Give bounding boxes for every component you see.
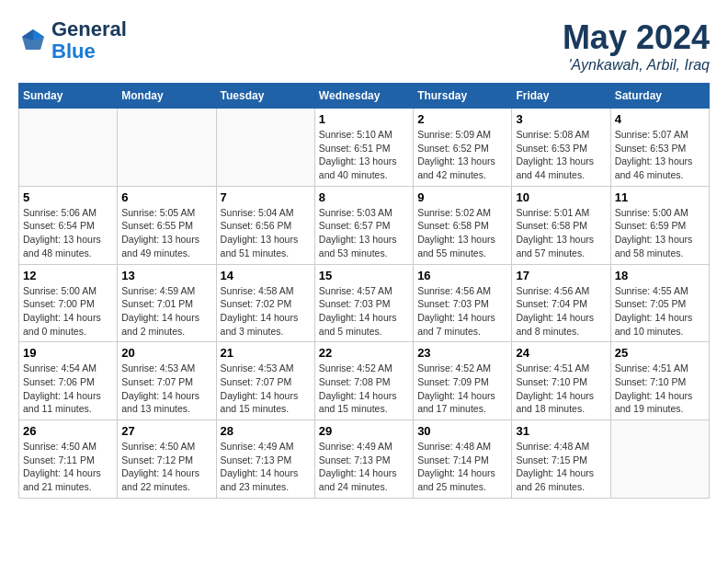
day-number: 6	[121, 190, 211, 204]
weekday-header-saturday: Saturday	[610, 84, 709, 109]
week-row-4: 19Sunrise: 4:54 AM Sunset: 7:06 PM Dayli…	[19, 342, 710, 420]
day-number: 14	[221, 269, 311, 282]
calendar-cell: 29Sunrise: 4:49 AM Sunset: 7:13 PM Dayli…	[314, 420, 413, 499]
weekday-header-friday: Friday	[512, 84, 610, 109]
day-info: Sunrise: 5:04 AM Sunset: 6:56 PM Dayligh…	[221, 206, 311, 260]
calendar-table: SundayMondayTuesdayWednesdayThursdayFrid…	[18, 83, 710, 499]
weekday-header-wednesday: Wednesday	[314, 84, 413, 109]
calendar-cell: 30Sunrise: 4:48 AM Sunset: 7:14 PM Dayli…	[414, 420, 512, 499]
week-row-5: 26Sunrise: 4:50 AM Sunset: 7:11 PM Dayli…	[19, 420, 710, 499]
day-number: 18	[615, 269, 705, 282]
calendar-cell: 7Sunrise: 5:04 AM Sunset: 6:56 PM Daylig…	[216, 186, 314, 264]
calendar-cell: 20Sunrise: 4:53 AM Sunset: 7:07 PM Dayli…	[118, 342, 216, 420]
calendar-cell: 5Sunrise: 5:06 AM Sunset: 6:54 PM Daylig…	[19, 186, 118, 264]
calendar-cell: 13Sunrise: 4:59 AM Sunset: 7:01 PM Dayli…	[118, 264, 216, 342]
day-number: 16	[417, 269, 507, 282]
calendar-cell: 25Sunrise: 4:51 AM Sunset: 7:10 PM Dayli…	[610, 342, 709, 420]
calendar-cell: 28Sunrise: 4:49 AM Sunset: 7:13 PM Dayli…	[216, 420, 314, 499]
day-number: 11	[615, 190, 705, 204]
calendar-cell	[19, 109, 118, 187]
calendar-cell: 2Sunrise: 5:09 AM Sunset: 6:52 PM Daylig…	[414, 109, 512, 187]
day-number: 12	[23, 269, 113, 282]
day-info: Sunrise: 5:02 AM Sunset: 6:58 PM Dayligh…	[417, 206, 507, 260]
calendar-body: 1Sunrise: 5:10 AM Sunset: 6:51 PM Daylig…	[19, 109, 710, 499]
day-info: Sunrise: 4:57 AM Sunset: 7:03 PM Dayligh…	[319, 284, 409, 339]
calendar-cell: 26Sunrise: 4:50 AM Sunset: 7:11 PM Dayli…	[19, 420, 118, 499]
day-info: Sunrise: 4:56 AM Sunset: 7:04 PM Dayligh…	[516, 284, 606, 339]
calendar-cell: 22Sunrise: 4:52 AM Sunset: 7:08 PM Dayli…	[314, 342, 413, 420]
day-info: Sunrise: 5:03 AM Sunset: 6:57 PM Dayligh…	[319, 206, 409, 260]
week-row-3: 12Sunrise: 5:00 AM Sunset: 7:00 PM Dayli…	[19, 264, 710, 342]
logo-icon	[18, 26, 48, 55]
day-number: 10	[516, 190, 606, 204]
day-number: 23	[417, 346, 507, 360]
day-number: 20	[121, 346, 211, 360]
day-info: Sunrise: 4:49 AM Sunset: 7:13 PM Dayligh…	[221, 440, 311, 494]
day-info: Sunrise: 5:09 AM Sunset: 6:52 PM Dayligh…	[417, 128, 507, 182]
day-number: 13	[121, 269, 211, 282]
day-info: Sunrise: 4:59 AM Sunset: 7:01 PM Dayligh…	[121, 284, 211, 339]
calendar-cell: 11Sunrise: 5:00 AM Sunset: 6:59 PM Dayli…	[610, 186, 709, 264]
calendar-cell: 17Sunrise: 4:56 AM Sunset: 7:04 PM Dayli…	[512, 264, 610, 342]
day-info: Sunrise: 5:00 AM Sunset: 6:59 PM Dayligh…	[615, 206, 705, 260]
day-info: Sunrise: 4:53 AM Sunset: 7:07 PM Dayligh…	[221, 362, 311, 416]
day-number: 21	[221, 346, 311, 360]
day-info: Sunrise: 4:58 AM Sunset: 7:02 PM Dayligh…	[221, 284, 311, 339]
logo: General Blue	[18, 18, 127, 63]
day-number: 17	[516, 269, 606, 282]
weekday-header-tuesday: Tuesday	[216, 84, 314, 109]
calendar-cell: 10Sunrise: 5:01 AM Sunset: 6:58 PM Dayli…	[512, 186, 610, 264]
location-title: 'Aynkawah, Arbil, Iraq	[563, 57, 710, 74]
day-info: Sunrise: 5:06 AM Sunset: 6:54 PM Dayligh…	[23, 206, 113, 260]
day-info: Sunrise: 4:54 AM Sunset: 7:06 PM Dayligh…	[23, 362, 113, 416]
weekday-header-thursday: Thursday	[414, 84, 512, 109]
calendar-cell: 27Sunrise: 4:50 AM Sunset: 7:12 PM Dayli…	[118, 420, 216, 499]
day-number: 1	[319, 112, 409, 126]
weekday-header-monday: Monday	[118, 84, 216, 109]
day-info: Sunrise: 4:52 AM Sunset: 7:08 PM Dayligh…	[319, 362, 409, 416]
day-number: 25	[615, 346, 705, 360]
day-info: Sunrise: 4:50 AM Sunset: 7:11 PM Dayligh…	[23, 440, 113, 494]
calendar-cell: 8Sunrise: 5:03 AM Sunset: 6:57 PM Daylig…	[314, 186, 413, 264]
calendar-cell: 3Sunrise: 5:08 AM Sunset: 6:53 PM Daylig…	[512, 109, 610, 187]
calendar-cell: 12Sunrise: 5:00 AM Sunset: 7:00 PM Dayli…	[19, 264, 118, 342]
day-number: 28	[221, 424, 311, 438]
calendar-cell: 23Sunrise: 4:52 AM Sunset: 7:09 PM Dayli…	[414, 342, 512, 420]
day-number: 7	[221, 190, 311, 204]
day-number: 27	[121, 424, 211, 438]
calendar-cell: 21Sunrise: 4:53 AM Sunset: 7:07 PM Dayli…	[216, 342, 314, 420]
day-info: Sunrise: 4:49 AM Sunset: 7:13 PM Dayligh…	[319, 440, 409, 494]
day-info: Sunrise: 4:48 AM Sunset: 7:15 PM Dayligh…	[516, 440, 606, 494]
day-number: 4	[615, 112, 705, 126]
day-info: Sunrise: 4:51 AM Sunset: 7:10 PM Dayligh…	[615, 362, 705, 416]
day-number: 29	[319, 424, 409, 438]
day-number: 8	[319, 190, 409, 204]
day-number: 19	[23, 346, 113, 360]
calendar-cell: 9Sunrise: 5:02 AM Sunset: 6:58 PM Daylig…	[414, 186, 512, 264]
calendar-cell	[118, 109, 216, 187]
calendar-cell: 14Sunrise: 4:58 AM Sunset: 7:02 PM Dayli…	[216, 264, 314, 342]
calendar-cell: 31Sunrise: 4:48 AM Sunset: 7:15 PM Dayli…	[512, 420, 610, 499]
calendar-cell: 4Sunrise: 5:07 AM Sunset: 6:53 PM Daylig…	[610, 109, 709, 187]
day-number: 9	[417, 190, 507, 204]
calendar-cell: 18Sunrise: 4:55 AM Sunset: 7:05 PM Dayli…	[610, 264, 709, 342]
month-title: May 2024	[563, 18, 710, 57]
day-info: Sunrise: 5:01 AM Sunset: 6:58 PM Dayligh…	[516, 206, 606, 260]
day-info: Sunrise: 4:55 AM Sunset: 7:05 PM Dayligh…	[615, 284, 705, 339]
calendar-cell: 19Sunrise: 4:54 AM Sunset: 7:06 PM Dayli…	[19, 342, 118, 420]
day-info: Sunrise: 4:51 AM Sunset: 7:10 PM Dayligh…	[516, 362, 606, 416]
day-number: 22	[319, 346, 409, 360]
logo-line2: Blue	[51, 40, 127, 63]
day-info: Sunrise: 5:08 AM Sunset: 6:53 PM Dayligh…	[516, 128, 606, 182]
week-row-2: 5Sunrise: 5:06 AM Sunset: 6:54 PM Daylig…	[19, 186, 710, 264]
logo-line1: General	[51, 18, 127, 40]
day-number: 26	[23, 424, 113, 438]
day-info: Sunrise: 4:53 AM Sunset: 7:07 PM Dayligh…	[121, 362, 211, 416]
day-number: 24	[516, 346, 606, 360]
weekday-header-sunday: Sunday	[19, 84, 118, 109]
day-number: 30	[417, 424, 507, 438]
page-header: General Blue May 2024 'Aynkawah, Arbil, …	[18, 18, 710, 74]
calendar-cell: 16Sunrise: 4:56 AM Sunset: 7:03 PM Dayli…	[414, 264, 512, 342]
day-info: Sunrise: 5:05 AM Sunset: 6:55 PM Dayligh…	[121, 206, 211, 260]
calendar-header-row: SundayMondayTuesdayWednesdayThursdayFrid…	[19, 84, 710, 109]
